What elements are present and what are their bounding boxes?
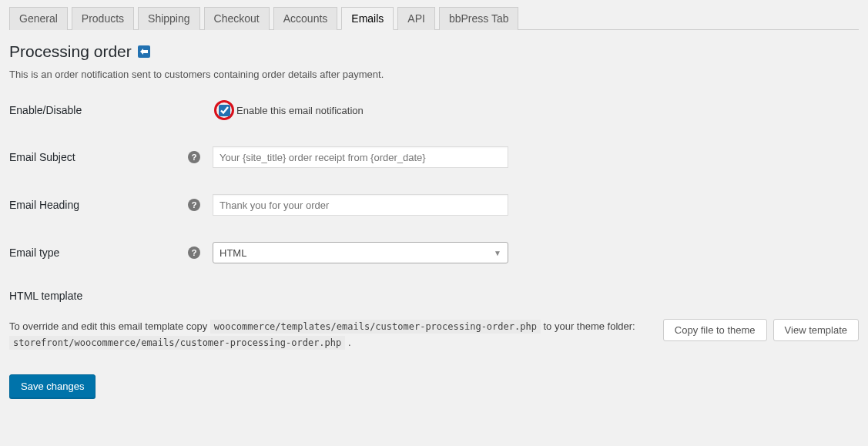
enable-disable-label: Enable/Disable [9,104,188,116]
enable-checkbox-highlight [214,100,234,120]
email-type-value: HTML [220,247,246,259]
view-template-button[interactable]: View template [773,319,859,341]
email-type-label: Email type [9,246,188,259]
page-title: Processing order [9,42,859,61]
email-heading-input[interactable] [213,194,508,216]
enable-checkbox[interactable] [219,105,230,116]
html-template-heading: HTML template [9,290,859,302]
tab-general[interactable]: General [9,7,68,30]
tab-accounts[interactable]: Accounts [273,7,338,30]
tab-checkout[interactable]: Checkout [204,7,270,30]
chevron-down-icon: ▼ [494,249,501,257]
tab-products[interactable]: Products [72,7,134,30]
help-icon[interactable]: ? [188,151,200,163]
save-changes-button[interactable]: Save changes [9,374,96,398]
help-icon[interactable]: ? [188,246,200,259]
back-link-icon[interactable] [138,45,150,58]
email-type-select[interactable]: HTML ▼ [213,242,508,263]
template-dest-path: storefront/woocommerce/emails/customer-p… [9,336,345,350]
settings-tabs: General Products Shipping Checkout Accou… [9,0,859,30]
enable-checkbox-label: Enable this email notification [236,105,364,116]
tab-emails[interactable]: Emails [341,7,394,30]
template-source-path: woocommerce/templates/emails/customer-pr… [210,320,541,334]
help-icon[interactable]: ? [188,199,200,211]
tab-bbpress[interactable]: bbPress Tab [439,7,519,30]
settings-form: Enable/Disable Enable this email notific… [9,100,859,263]
tab-api[interactable]: API [397,7,435,30]
page-title-text: Processing order [9,42,132,61]
template-override-text: To override and edit this email template… [9,319,651,351]
copy-file-button[interactable]: Copy file to theme [663,319,767,341]
tab-shipping[interactable]: Shipping [138,7,200,30]
email-subject-input[interactable] [213,146,508,168]
email-heading-label: Email Heading [9,199,188,211]
email-subject-label: Email Subject [9,151,188,163]
page-description: This is an order notification sent to cu… [9,69,859,80]
